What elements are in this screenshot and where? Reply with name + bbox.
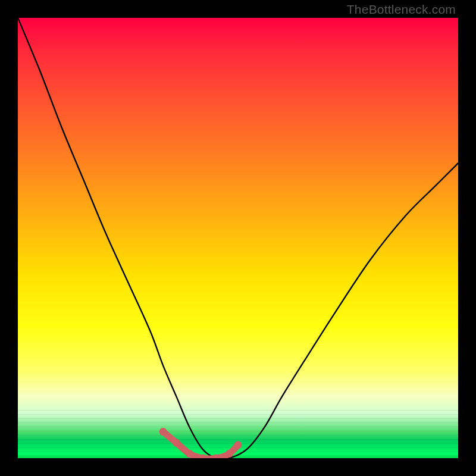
bottleneck-curve bbox=[18, 18, 458, 458]
optimal-point bbox=[234, 441, 242, 449]
optimal-point bbox=[226, 450, 233, 458]
chart-frame: TheBottleneck.com bbox=[0, 0, 476, 476]
curve-layer bbox=[18, 18, 458, 458]
optimal-point bbox=[159, 428, 167, 436]
plot-area bbox=[18, 18, 458, 458]
optimal-point bbox=[186, 450, 193, 458]
watermark-text: TheBottleneck.com bbox=[347, 2, 456, 17]
optimal-point bbox=[173, 439, 180, 447]
